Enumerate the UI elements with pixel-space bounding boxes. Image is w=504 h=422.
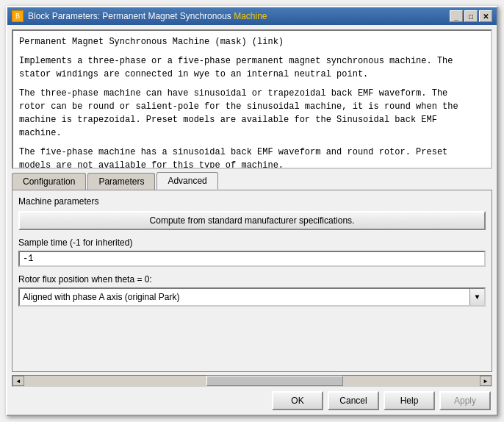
scroll-left-button[interactable]: ◄: [12, 376, 24, 386]
title-bar-left: B Block Parameters: Permanent Magnet Syn…: [12, 10, 267, 22]
tab-content-area: Machine parameters Compute from standard…: [12, 190, 492, 372]
window-title: Block Parameters: Permanent Magnet Synch…: [28, 11, 267, 21]
apply-button[interactable]: Apply: [439, 391, 491, 410]
rotor-flux-dropdown-container: Aligned with phase A axis (original Park…: [18, 287, 486, 307]
description-area: Permanent Magnet Synchronous Machine (ma…: [12, 29, 492, 169]
desc-para2: The three-phase machine can have sinusoi…: [19, 87, 472, 140]
desc-para1: Implements a three-phase or a five-phase…: [19, 54, 472, 81]
horizontal-scrollbar[interactable]: ◄ ►: [12, 375, 492, 387]
minimize-button[interactable]: _: [450, 10, 463, 22]
sample-time-input[interactable]: [18, 251, 486, 267]
action-buttons: OK Cancel Help Apply: [7, 387, 497, 415]
desc-para3: The five-phase machine has a sinusoidal …: [19, 146, 472, 169]
maximize-button[interactable]: □: [464, 10, 478, 22]
close-button[interactable]: ✕: [479, 10, 492, 22]
cancel-button[interactable]: Cancel: [328, 391, 379, 410]
desc-line1: Permanent Magnet Synchronous Machine (ma…: [19, 35, 472, 49]
tabs-row: Configuration Parameters Advanced: [12, 172, 492, 190]
help-button[interactable]: Help: [384, 391, 435, 410]
scroll-right-button[interactable]: ►: [480, 376, 492, 386]
scrollbar-track[interactable]: [24, 376, 480, 386]
main-window: B Block Parameters: Permanent Magnet Syn…: [6, 6, 498, 416]
sample-time-label: Sample time (-1 for inherited): [18, 237, 486, 248]
tab-parameters[interactable]: Parameters: [87, 173, 155, 190]
tab-advanced[interactable]: Advanced: [156, 172, 217, 190]
ok-button[interactable]: OK: [272, 391, 323, 410]
tabs-area: Configuration Parameters Advanced: [7, 172, 497, 190]
title-controls: _ □ ✕: [450, 10, 492, 22]
compute-button[interactable]: Compute from standard manufacturer speci…: [18, 211, 486, 230]
title-bar: B Block Parameters: Permanent Magnet Syn…: [7, 7, 497, 25]
scrollbar-thumb[interactable]: [206, 376, 343, 386]
tab-configuration[interactable]: Configuration: [12, 173, 86, 190]
rotor-flux-label: Rotor flux position when theta = 0:: [18, 274, 486, 285]
section-label: Machine parameters: [18, 196, 486, 207]
window-body: Permanent Magnet Synchronous Machine (ma…: [7, 25, 497, 415]
rotor-flux-dropdown[interactable]: Aligned with phase A axis (original Park…: [18, 287, 486, 307]
window-icon: B: [12, 10, 24, 22]
